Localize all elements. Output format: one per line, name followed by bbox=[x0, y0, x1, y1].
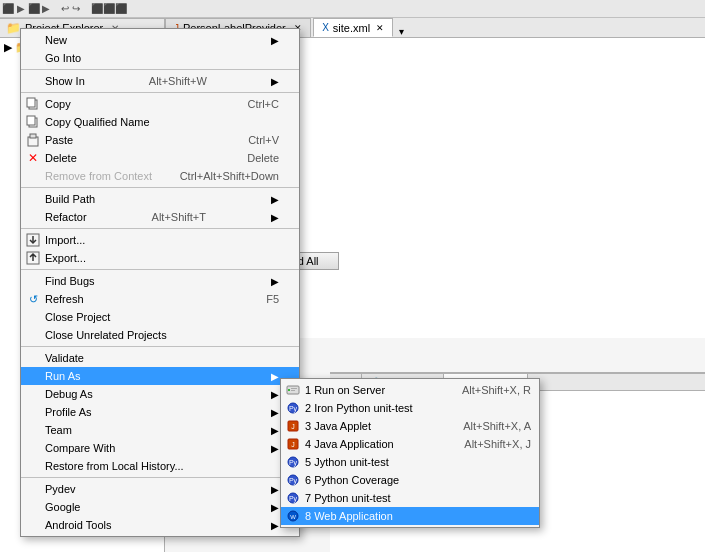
tab-site-xml[interactable]: X site.xml ✕ bbox=[313, 18, 393, 37]
menu-copy-label: Copy bbox=[45, 98, 71, 110]
menu-paste-label: Paste bbox=[45, 134, 73, 146]
context-menu: New ▶ Go Into Show In Alt+Shift+W ▶ Copy… bbox=[20, 28, 300, 537]
menu-item-copy[interactable]: Copy Ctrl+C bbox=[21, 95, 299, 113]
menu-remove-context-shortcut: Ctrl+Alt+Shift+Down bbox=[160, 170, 279, 182]
menu-remove-context-label: Remove from Context bbox=[45, 170, 152, 182]
svg-text:Py: Py bbox=[289, 405, 298, 413]
separator-4 bbox=[21, 228, 299, 229]
menu-item-remove-context: Remove from Context Ctrl+Alt+Shift+Down bbox=[21, 167, 299, 185]
separator-3 bbox=[21, 187, 299, 188]
expand-icon: ▶ bbox=[4, 41, 12, 54]
menu-refactor-label: Refactor bbox=[45, 211, 87, 223]
menu-build-path-arrow: ▶ bbox=[251, 194, 279, 205]
submenu-run-on-server-shortcut: Alt+Shift+X, R bbox=[452, 384, 531, 396]
menu-export-label: Export... bbox=[45, 252, 86, 264]
python-unit-icon: Py bbox=[285, 490, 301, 506]
menu-item-google[interactable]: Google ▶ bbox=[21, 498, 299, 516]
submenu-java-applet-shortcut: Alt+Shift+X, A bbox=[453, 420, 531, 432]
toolbar-row: ⬛ ▶ ⬛ ▶ ↩ ↪ ⬛⬛⬛ bbox=[0, 0, 705, 18]
menu-item-close-unrelated[interactable]: Close Unrelated Projects bbox=[21, 326, 299, 344]
submenu-java-applet-label: 3 Java Applet bbox=[305, 420, 371, 432]
svg-rect-13 bbox=[291, 390, 295, 391]
menu-item-import[interactable]: Import... bbox=[21, 231, 299, 249]
menu-google-label: Google bbox=[45, 501, 80, 513]
java-applet-icon: J bbox=[285, 418, 301, 434]
submenu-item-java-app[interactable]: J 4 Java Application Alt+Shift+X, J bbox=[281, 435, 539, 453]
svg-rect-1 bbox=[27, 98, 35, 107]
tab-overflow-icon[interactable]: ▾ bbox=[399, 26, 404, 37]
menu-paste-shortcut: Ctrl+V bbox=[228, 134, 279, 146]
menu-restore-local-label: Restore from Local History... bbox=[45, 460, 184, 472]
submenu-web-app-label: 8 Web Application bbox=[305, 510, 393, 522]
menu-item-refactor[interactable]: Refactor Alt+Shift+T ▶ bbox=[21, 208, 299, 226]
menu-profile-as-label: Profile As bbox=[45, 406, 91, 418]
delete-icon: ✕ bbox=[25, 150, 41, 166]
tab-close-2[interactable]: ✕ bbox=[376, 23, 384, 33]
menu-item-restore-local[interactable]: Restore from Local History... bbox=[21, 457, 299, 475]
submenu-item-jython[interactable]: Py 5 Jython unit-test bbox=[281, 453, 539, 471]
svg-rect-5 bbox=[30, 134, 36, 138]
menu-item-run-as[interactable]: Run As ▶ bbox=[21, 367, 299, 385]
svg-rect-3 bbox=[27, 116, 35, 125]
svg-text:J: J bbox=[291, 423, 295, 430]
menu-item-new[interactable]: New ▶ bbox=[21, 31, 299, 49]
menu-item-export[interactable]: Export... bbox=[21, 249, 299, 267]
menu-compare-with-label: Compare With bbox=[45, 442, 115, 454]
menu-debug-as-label: Debug As bbox=[45, 388, 93, 400]
menu-item-profile-as[interactable]: Profile As ▶ bbox=[21, 403, 299, 421]
separator-6 bbox=[21, 346, 299, 347]
menu-run-as-label: Run As bbox=[45, 370, 80, 382]
menu-profile-as-arrow: ▶ bbox=[251, 407, 279, 418]
menu-android-tools-arrow: ▶ bbox=[251, 520, 279, 531]
submenu-item-web-app[interactable]: W 8 Web Application bbox=[281, 507, 539, 525]
menu-debug-as-arrow: ▶ bbox=[251, 389, 279, 400]
svg-text:W: W bbox=[290, 514, 296, 520]
menu-item-android-tools[interactable]: Android Tools ▶ bbox=[21, 516, 299, 534]
menu-copy-qualified-label: Copy Qualified Name bbox=[45, 116, 150, 128]
submenu-jython-label: 5 Jython unit-test bbox=[305, 456, 389, 468]
run-as-submenu: 1 Run on Server Alt+Shift+X, R Py 2 Iron… bbox=[280, 378, 540, 528]
menu-close-unrelated-label: Close Unrelated Projects bbox=[45, 329, 167, 341]
submenu-python-cov-label: 6 Python Coverage bbox=[305, 474, 399, 486]
submenu-run-on-server-label: 1 Run on Server bbox=[305, 384, 385, 396]
menu-item-build-path[interactable]: Build Path ▶ bbox=[21, 190, 299, 208]
menu-team-label: Team bbox=[45, 424, 72, 436]
submenu-item-python-unit[interactable]: Py 7 Python unit-test bbox=[281, 489, 539, 507]
menu-item-team[interactable]: Team ▶ bbox=[21, 421, 299, 439]
run-on-server-icon bbox=[285, 382, 301, 398]
menu-item-go-into[interactable]: Go Into bbox=[21, 49, 299, 67]
submenu-python-unit-label: 7 Python unit-test bbox=[305, 492, 391, 504]
menu-item-close-project[interactable]: Close Project bbox=[21, 308, 299, 326]
menu-item-validate[interactable]: Validate bbox=[21, 349, 299, 367]
folder-icon: 📁 bbox=[6, 21, 21, 35]
menu-close-project-label: Close Project bbox=[45, 311, 110, 323]
menu-item-compare-with[interactable]: Compare With ▶ bbox=[21, 439, 299, 457]
menu-item-paste[interactable]: Paste Ctrl+V bbox=[21, 131, 299, 149]
menu-pydev-arrow: ▶ bbox=[251, 484, 279, 495]
separator-5 bbox=[21, 269, 299, 270]
submenu-iron-python-label: 2 Iron Python unit-test bbox=[305, 402, 413, 414]
submenu-item-python-cov[interactable]: Py 6 Python Coverage bbox=[281, 471, 539, 489]
menu-pydev-label: Pydev bbox=[45, 483, 76, 495]
svg-rect-12 bbox=[291, 388, 297, 389]
jython-icon: Py bbox=[285, 454, 301, 470]
svg-text:Py: Py bbox=[289, 477, 298, 485]
submenu-item-iron-python[interactable]: Py 2 Iron Python unit-test bbox=[281, 399, 539, 417]
submenu-item-java-applet[interactable]: J 3 Java Applet Alt+Shift+X, A bbox=[281, 417, 539, 435]
menu-delete-shortcut: Delete bbox=[227, 152, 279, 164]
export-icon bbox=[25, 250, 41, 266]
menu-item-find-bugs[interactable]: Find Bugs ▶ bbox=[21, 272, 299, 290]
menu-item-copy-qualified[interactable]: Copy Qualified Name bbox=[21, 113, 299, 131]
menu-refresh-shortcut: F5 bbox=[246, 293, 279, 305]
menu-item-delete[interactable]: ✕ Delete Delete bbox=[21, 149, 299, 167]
menu-go-into-label: Go Into bbox=[45, 52, 81, 64]
copy-icon bbox=[25, 96, 41, 112]
python-cov-icon: Py bbox=[285, 472, 301, 488]
menu-item-show-in[interactable]: Show In Alt+Shift+W ▶ bbox=[21, 72, 299, 90]
menu-item-refresh[interactable]: ↺ Refresh F5 bbox=[21, 290, 299, 308]
submenu-item-run-on-server[interactable]: 1 Run on Server Alt+Shift+X, R bbox=[281, 381, 539, 399]
menu-item-debug-as[interactable]: Debug As ▶ bbox=[21, 385, 299, 403]
separator-2 bbox=[21, 92, 299, 93]
menu-item-pydev[interactable]: Pydev ▶ bbox=[21, 480, 299, 498]
iron-python-icon: Py bbox=[285, 400, 301, 416]
